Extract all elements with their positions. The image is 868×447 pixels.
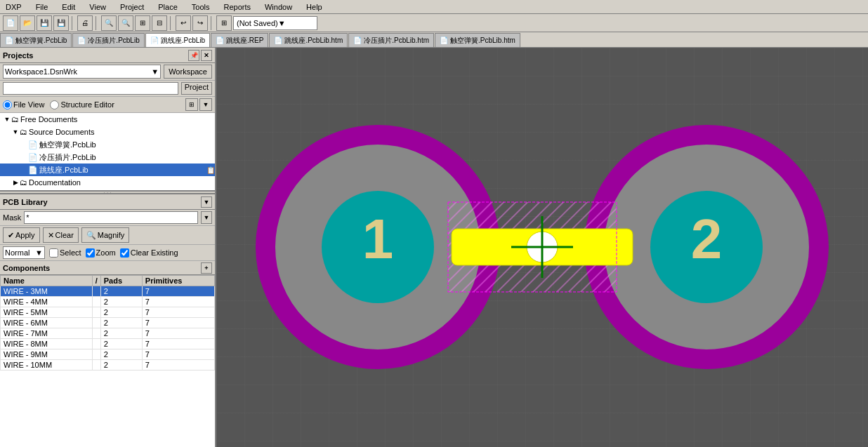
cell-primitives: 7: [142, 339, 214, 349]
action-btns: ✔ Apply ✕ Clear 🔍 Magnify: [0, 226, 215, 245]
tree-node-4[interactable]: 📄 跳线座.PcbLib 📋: [0, 164, 215, 176]
sep4: [211, 16, 213, 30]
cell-pads: 2: [100, 307, 142, 318]
menu-file[interactable]: File: [33, 3, 51, 11]
table-row[interactable]: WIRE - 7MM 2 7: [1, 328, 215, 339]
redo-btn[interactable]: ↪: [192, 15, 208, 31]
clear-existing-checkbox-label[interactable]: Clear Existing: [120, 248, 178, 258]
zoom-fit-btn[interactable]: ⊞: [135, 15, 150, 31]
sep1: [72, 16, 74, 30]
table-row[interactable]: WIRE - 9MM 2 7: [1, 349, 215, 360]
cell-name: WIRE - 9MM: [1, 349, 93, 360]
zoom-in-btn[interactable]: 🔍: [101, 15, 117, 31]
components-header: Components +: [0, 261, 215, 275]
cell-primitives: 7: [142, 297, 214, 307]
menu-edit[interactable]: Edit: [59, 3, 78, 11]
filter-dropdown[interactable]: Normal ▼: [3, 246, 45, 259]
tab-3[interactable]: 📄 跳线座.REP: [211, 33, 268, 47]
menu-view[interactable]: View: [86, 3, 109, 11]
zoom-out-btn[interactable]: 🔍: [118, 15, 133, 31]
apply-button[interactable]: ✔ Apply: [3, 227, 40, 243]
svg-text:1: 1: [362, 208, 394, 270]
tab-6[interactable]: 📄 触空弹簧.PcbLib.htm: [435, 33, 520, 47]
menu-project[interactable]: Project: [117, 3, 147, 11]
file-view-option[interactable]: File View: [3, 100, 44, 109]
structure-editor-option[interactable]: Structure Editor: [50, 100, 114, 109]
menu-tools[interactable]: Tools: [189, 3, 213, 11]
zoom-checkbox-label[interactable]: Zoom: [86, 248, 116, 258]
tree-node-5[interactable]: ▶ 🗂 Documentation: [0, 176, 215, 189]
project-search-input[interactable]: [3, 82, 178, 95]
clear-existing-checkbox[interactable]: [120, 248, 129, 258]
table-row[interactable]: WIRE - 10MM 2 7: [1, 360, 215, 371]
toolbar: 📄 📂 💾 💾 🖨 🔍 🔍 ⊞ ⊟ ↩ ↪ ⊞ (Not Saved) ▼: [0, 14, 868, 32]
sep3: [170, 16, 173, 30]
view-icons: ⊞ ▼: [185, 98, 212, 111]
cell-pads: 2: [100, 328, 142, 339]
col-primitives: Primitives: [142, 276, 214, 286]
tree-node-0[interactable]: ▼ 🗂 Free Documents: [0, 113, 215, 126]
left-panel: Projects 📌 ✕ Workspace1.DsnWrk ▼ Workspa…: [0, 48, 216, 447]
tree-node-3[interactable]: 📄 冷压插片.PcbLib: [0, 151, 215, 164]
cell-primitives: 7: [142, 360, 214, 371]
tree-area: ▼ 🗂 Free Documents ▼ 🗂 Source Documents …: [0, 113, 215, 190]
open-btn[interactable]: 📂: [20, 15, 35, 31]
save-btn[interactable]: 💾: [37, 15, 52, 31]
comp-add-btn[interactable]: +: [201, 262, 212, 274]
cell-name: WIRE - 3MM: [1, 286, 93, 297]
tab-icon-5: 📄: [353, 36, 362, 44]
menu-window[interactable]: Window: [262, 3, 295, 11]
menu-bar: DXP File Edit View Project Place Tools R…: [0, 0, 868, 14]
project-btn[interactable]: Project: [181, 82, 212, 95]
tree-node-1[interactable]: ▼ 🗂 Source Documents: [0, 126, 215, 138]
menu-place[interactable]: Place: [155, 3, 180, 11]
view-icon-2[interactable]: ▼: [199, 98, 212, 111]
save-all-btn[interactable]: 💾: [53, 15, 69, 31]
menu-help[interactable]: Help: [303, 3, 325, 11]
workspace-dropdown[interactable]: Workspace1.DsnWrk ▼: [3, 65, 161, 79]
tab-icon-1: 📄: [77, 36, 86, 44]
tab-icon-0: 📄: [5, 36, 13, 44]
workspace-button[interactable]: Workspace: [164, 65, 212, 79]
project-search-bar: Project: [0, 81, 215, 97]
projects-pin-btn[interactable]: 📌: [188, 50, 199, 61]
cell-pads: 2: [100, 339, 142, 349]
print-btn[interactable]: 🖨: [77, 15, 93, 31]
tab-2[interactable]: 📄 跳线座.PcbLib: [145, 33, 210, 47]
tab-4[interactable]: 📄 跳线座.PcbLib.htm: [269, 33, 348, 47]
cell-primitives: 7: [142, 328, 214, 339]
select-checkbox[interactable]: [49, 248, 58, 258]
table-row[interactable]: WIRE - 5MM 2 7: [1, 307, 215, 318]
view-icon-1[interactable]: ⊞: [185, 98, 198, 111]
table-row[interactable]: WIRE - 4MM 2 7: [1, 297, 215, 307]
grid-btn[interactable]: ⊞: [216, 15, 232, 31]
table-row[interactable]: WIRE - 8MM 2 7: [1, 339, 215, 349]
tab-1[interactable]: 📄 冷压插片.PcbLib: [72, 33, 144, 47]
tree-node-2[interactable]: 📄 触空弹簧.PcbLib: [0, 138, 215, 151]
not-saved-dropdown[interactable]: (Not Saved) ▼: [233, 16, 317, 30]
cell-slash: [92, 318, 100, 328]
menu-dxp[interactable]: DXP: [3, 3, 25, 11]
pcb-lib-close-btn[interactable]: ▼: [201, 196, 212, 208]
view-options: File View Structure Editor ⊞ ▼: [0, 97, 215, 113]
zoom-area-btn[interactable]: ⊟: [152, 15, 167, 31]
magnify-button[interactable]: 🔍 Magnify: [81, 227, 130, 243]
mask-dropdown-btn[interactable]: ▼: [201, 211, 212, 224]
tab-5[interactable]: 📄 冷压插片.PcbLib.htm: [348, 33, 434, 47]
mask-input[interactable]: [24, 211, 198, 224]
table-row[interactable]: WIRE - 6MM 2 7: [1, 318, 215, 328]
table-row[interactable]: WIRE - 3MM 2 7: [1, 286, 215, 297]
new-btn[interactable]: 📄: [3, 15, 18, 31]
canvas-area[interactable]: 1 2: [216, 48, 868, 447]
menu-reports[interactable]: Reports: [221, 3, 254, 11]
cell-primitives: 7: [142, 318, 214, 328]
projects-close-btn[interactable]: ✕: [201, 50, 212, 61]
tab-0[interactable]: 📄 触空弹簧.PcbLib: [0, 33, 72, 47]
clear-button[interactable]: ✕ Clear: [43, 227, 79, 243]
undo-btn[interactable]: ↩: [176, 15, 191, 31]
filter-row: Normal ▼ Select Zoom Clear Existing: [0, 245, 215, 261]
select-checkbox-label[interactable]: Select: [49, 248, 81, 258]
zoom-checkbox[interactable]: [86, 248, 95, 258]
col-slash: /: [92, 276, 100, 286]
tab-icon-4: 📄: [274, 36, 282, 44]
